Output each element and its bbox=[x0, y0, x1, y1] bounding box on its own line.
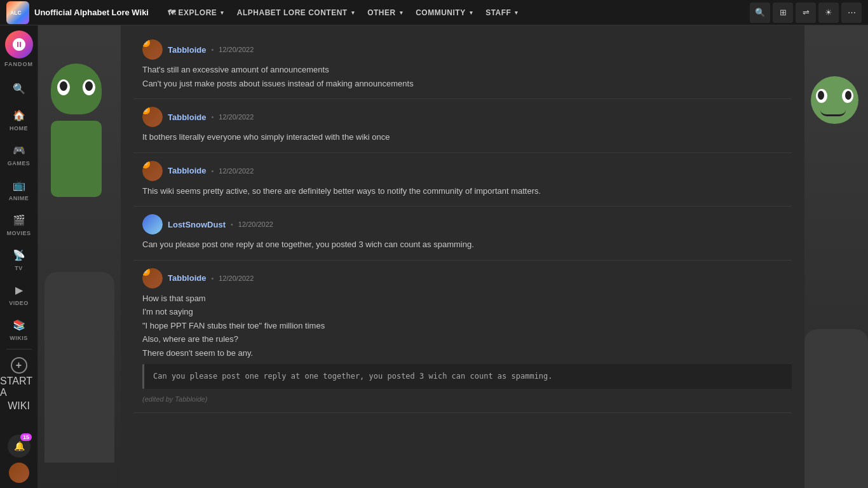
nav-explore[interactable]: 🗺 EXPLORE ▾ bbox=[161, 0, 231, 25]
username[interactable]: Tabbloide bbox=[168, 45, 206, 55]
comment-meta: ✿Tabbloide•12/20/2022 bbox=[142, 161, 792, 181]
comment-timestamp: 12/20/2022 bbox=[219, 46, 254, 53]
comment-line: It bothers literally everyone who simply… bbox=[142, 131, 792, 144]
comment-block: ✿Tabbloide•12/20/2022This wiki seems pre… bbox=[133, 153, 792, 207]
sidebar-item-anime[interactable]: 📺 ANIME bbox=[0, 172, 37, 207]
search-button[interactable]: 🔍 bbox=[750, 3, 770, 23]
sidebar-video-label: VIDEO bbox=[9, 300, 29, 306]
comment-block: ✿Tabbloide•12/20/2022That's still an exc… bbox=[133, 32, 792, 99]
sidebar-item-start-wiki[interactable]: + START A WIKI bbox=[0, 352, 37, 417]
comment-separator: • bbox=[211, 46, 214, 53]
comment-block: ✿Tabbloide•12/20/2022How is that spamI'm… bbox=[133, 261, 792, 413]
top-navigation: ALC Unofficial Alphabet Lore Wiki 🗺 EXPL… bbox=[0, 0, 868, 25]
chevron-down-icon: ▾ bbox=[515, 10, 519, 16]
avatar bbox=[142, 214, 163, 234]
comment-body: That's still an excessive amount of anno… bbox=[142, 64, 792, 90]
comment-block: ✿Tabbloide•12/20/2022It bothers literall… bbox=[133, 99, 792, 153]
nav-community[interactable]: COMMUNITY ▾ bbox=[409, 0, 479, 25]
comment-separator: • bbox=[211, 274, 214, 282]
video-icon: ▶ bbox=[11, 281, 27, 298]
map-icon: 🗺 bbox=[168, 8, 176, 17]
nav-items: 🗺 EXPLORE ▾ ALPHABET LORE CONTENT ▾ OTHE… bbox=[161, 0, 525, 25]
start-wiki-label: START A bbox=[0, 376, 37, 398]
notification-count: 15 bbox=[20, 433, 32, 441]
nav-other[interactable]: OTHER ▾ bbox=[361, 0, 409, 25]
site-logo: ALC bbox=[6, 1, 29, 24]
comment-bar bbox=[133, 39, 136, 91]
more-button[interactable]: ⋯ bbox=[841, 3, 862, 23]
comment-line: Can you please post one reply at one tog… bbox=[142, 238, 792, 251]
comment-bar bbox=[133, 214, 136, 252]
user-avatar[interactable] bbox=[9, 463, 29, 483]
fandom-label: FANDOM bbox=[4, 61, 33, 67]
edited-note: (edited by Tabbloide) bbox=[142, 394, 792, 405]
comment-timestamp: 12/20/2022 bbox=[238, 220, 273, 228]
comment-timestamp: 12/20/2022 bbox=[219, 113, 254, 121]
sidebar-home-label: HOME bbox=[10, 125, 28, 132]
sidebar-item-games[interactable]: 🎮 GAMES bbox=[0, 137, 37, 172]
notifications-button[interactable]: 🔔 15 bbox=[8, 435, 31, 458]
comment-block: LostSnowDust•12/20/2022Can you please po… bbox=[133, 207, 792, 261]
sidebar-item-wikis[interactable]: 📚 WIKIS bbox=[0, 311, 37, 346]
sidebar-item-search[interactable]: 🔍 bbox=[0, 75, 37, 102]
comment-body: How is that spamI'm not saying"I hope PP… bbox=[142, 292, 792, 405]
username[interactable]: Tabbloide bbox=[168, 112, 206, 122]
sidebar-item-video[interactable]: ▶ VIDEO bbox=[0, 276, 37, 311]
nav-alphabet-content[interactable]: ALPHABET LORE CONTENT ▾ bbox=[231, 0, 361, 25]
wikis-icon: 📚 bbox=[11, 316, 27, 333]
comment-line: That's still an excessive amount of anno… bbox=[142, 64, 792, 76]
comment-timestamp: 12/20/2022 bbox=[219, 167, 254, 175]
comment-line: "I hope PPT FAN stubs their toe" five mi… bbox=[142, 320, 792, 332]
avatar: ✿ bbox=[142, 161, 163, 181]
comment-separator: • bbox=[231, 220, 233, 228]
fandom-sidebar: FANDOM 🔍 🏠 HOME 🎮 GAMES 📺 ANIME 🎬 MOVIES… bbox=[0, 25, 38, 488]
home-icon: 🏠 bbox=[11, 107, 27, 123]
quote-block: Can you please post one reply at one tog… bbox=[142, 364, 792, 389]
logo-area[interactable]: ALC Unofficial Alphabet Lore Wiki bbox=[6, 1, 149, 24]
username[interactable]: Tabbloide bbox=[168, 273, 206, 283]
search-icon: 🔍 bbox=[11, 80, 27, 97]
main-content: ✿Tabbloide•12/20/2022That's still an exc… bbox=[38, 25, 868, 488]
nav-staff[interactable]: STAFF ▾ bbox=[479, 0, 525, 25]
comment-line: How is that spam bbox=[142, 292, 792, 305]
comment-timestamp: 12/20/2022 bbox=[219, 274, 254, 282]
sidebar-item-home[interactable]: 🏠 HOME bbox=[0, 102, 37, 137]
media-button[interactable]: ⊞ bbox=[773, 3, 793, 23]
comment-bar bbox=[133, 161, 136, 199]
sidebar-item-movies[interactable]: 🎬 MOVIES bbox=[0, 207, 37, 241]
sidebar-wikis-label: WIKIS bbox=[10, 335, 28, 341]
nav-right: 🔍 ⊞ ⇌ ☀ ⋯ bbox=[750, 3, 862, 23]
random-button[interactable]: ⇌ bbox=[796, 3, 816, 23]
comment-meta: LostSnowDust•12/20/2022 bbox=[142, 214, 792, 234]
chevron-down-icon: ▾ bbox=[220, 10, 224, 16]
anime-icon: 📺 bbox=[11, 177, 27, 193]
comment-wrapper: ✿Tabbloide•12/20/2022How is that spamI'm… bbox=[142, 268, 792, 405]
username[interactable]: LostSnowDust bbox=[168, 220, 226, 229]
username[interactable]: Tabbloide bbox=[168, 166, 206, 175]
sidebar-item-tv[interactable]: 📡 TV bbox=[0, 241, 37, 276]
sidebar-movies-label: MOVIES bbox=[6, 230, 31, 236]
theme-button[interactable]: ☀ bbox=[818, 3, 839, 23]
start-wiki-label2: WIKI bbox=[8, 400, 30, 412]
comment-separator: • bbox=[211, 113, 214, 121]
comment-body: This wiki seems pretty active, so there … bbox=[142, 185, 792, 198]
avatar: ✿ bbox=[142, 107, 163, 127]
site-title: Unofficial Alphabet Lore Wiki bbox=[34, 8, 149, 17]
comment-separator: • bbox=[211, 167, 214, 175]
comment-body: Can you please post one reply at one tog… bbox=[142, 238, 792, 251]
fandom-logo[interactable] bbox=[5, 30, 33, 58]
tv-icon: 📡 bbox=[11, 247, 27, 263]
comment-wrapper: ✿Tabbloide•12/20/2022This wiki seems pre… bbox=[142, 161, 792, 199]
bottom-user-area: 🔔 15 bbox=[0, 435, 38, 483]
avatar-image bbox=[142, 214, 163, 234]
comment-body: It bothers literally everyone who simply… bbox=[142, 131, 792, 144]
comments-container: ✿Tabbloide•12/20/2022That's still an exc… bbox=[133, 32, 792, 413]
avatar: ✿ bbox=[142, 268, 163, 288]
sidebar-anime-label: ANIME bbox=[9, 195, 29, 201]
comment-line: Can't you just make posts about issues i… bbox=[142, 78, 792, 90]
sidebar-games-label: GAMES bbox=[8, 160, 31, 166]
comment-meta: ✿Tabbloide•12/20/2022 bbox=[142, 268, 792, 288]
layout: FANDOM 🔍 🏠 HOME 🎮 GAMES 📺 ANIME 🎬 MOVIES… bbox=[0, 25, 868, 488]
chevron-down-icon: ▾ bbox=[400, 10, 403, 16]
comment-line: Also, where are the rules? bbox=[142, 333, 792, 346]
